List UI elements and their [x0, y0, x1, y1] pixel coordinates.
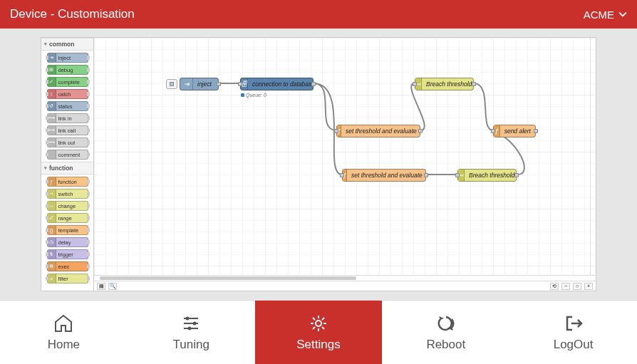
- node-type-label: exec: [56, 264, 70, 270]
- node-type-icon: {}: [48, 226, 56, 234]
- palette-node-comment[interactable]: comment: [47, 150, 88, 160]
- node-type-label: range: [56, 215, 72, 222]
- port-in[interactable]: [491, 129, 495, 133]
- svg-point-0: [186, 316, 190, 320]
- port-out[interactable]: [217, 82, 221, 86]
- nav-logout[interactable]: LogOut: [509, 301, 637, 364]
- main-area: ▾common⇥inject⊞debug✓complete!catch↺stat…: [0, 28, 637, 300]
- node-type-icon: ≡: [48, 274, 56, 283]
- node-inject[interactable]: ⇥ inject: [180, 78, 219, 90]
- port-out[interactable]: [424, 173, 428, 177]
- bottom-nav: HomeTuningSettingsRebootLogOut: [0, 300, 637, 364]
- nav-toggle-button[interactable]: ▤: [97, 283, 105, 290]
- palette-node-switch[interactable]: ⤙switch: [47, 189, 88, 199]
- search-button[interactable]: 🔍: [108, 283, 117, 290]
- canvas-container: ⇥ inject 🗄 connection to database Queue:…: [94, 38, 596, 291]
- chevron-down-icon: ▾: [44, 165, 47, 171]
- port-out[interactable]: [514, 173, 519, 177]
- palette-node-range[interactable]: ⤢range: [47, 213, 88, 223]
- palette-node-status[interactable]: ↺status: [47, 101, 88, 111]
- node-label: inject: [193, 80, 216, 88]
- node-threshold-2[interactable]: ƒ set threshold and evaluate: [342, 169, 426, 182]
- header-bar: Device - Customisation ACME: [0, 0, 637, 28]
- port-in[interactable]: [413, 82, 417, 86]
- nav-tuning[interactable]: Tuning: [128, 301, 255, 364]
- svg-point-1: [193, 321, 197, 325]
- node-type-icon: ⟶: [48, 138, 56, 147]
- node-type-icon: ⊞: [48, 66, 56, 74]
- svg-point-2: [188, 326, 192, 330]
- node-type-label: template: [56, 227, 79, 234]
- palette-node-exec[interactable]: ⚙exec: [47, 261, 88, 271]
- flow-canvas[interactable]: ⇥ inject 🗄 connection to database Queue:…: [94, 38, 596, 275]
- inject-button[interactable]: [166, 79, 177, 89]
- port-out[interactable]: [534, 129, 538, 133]
- node-type-icon: ⇥: [48, 53, 56, 62]
- node-type-icon: ◷: [48, 238, 56, 246]
- node-type-icon: ✓: [48, 78, 56, 86]
- node-send-alert[interactable]: ƒ send alert: [493, 125, 536, 137]
- nav-home[interactable]: Home: [0, 301, 128, 364]
- svg-point-3: [316, 321, 321, 326]
- node-label: set threshold and evaluate: [341, 128, 421, 135]
- nav-label: LogOut: [554, 338, 594, 352]
- palette-node-inject[interactable]: ⇥inject: [47, 53, 88, 63]
- node-type-label: complete: [56, 79, 80, 85]
- palette-node-link-out[interactable]: ⟶link out: [47, 137, 88, 147]
- zoom-out-button[interactable]: −: [561, 283, 570, 290]
- node-type-icon: ⚙: [48, 262, 56, 271]
- node-type-label: trigger: [56, 251, 73, 258]
- port-in[interactable]: [340, 173, 344, 177]
- org-name: ACME: [584, 9, 614, 21]
- palette-section-items: ƒfunction⤙switch↔change⤢range{}template◷…: [41, 175, 93, 286]
- org-selector[interactable]: ACME: [584, 9, 627, 21]
- vertical-scrollbar[interactable]: [590, 38, 596, 275]
- palette-section-header[interactable]: ▾function: [41, 162, 93, 175]
- node-palette: ▾common⇥inject⊞debug✓complete!catch↺stat…: [41, 38, 94, 291]
- node-database[interactable]: 🗄 connection to database Queue: 0: [240, 78, 314, 90]
- reboot-icon: [436, 313, 456, 333]
- reset-view-button[interactable]: ⟲: [550, 283, 559, 290]
- flow-editor: ▾common⇥inject⊞debug✓complete!catch↺stat…: [41, 37, 596, 291]
- nav-label: Reboot: [426, 338, 465, 352]
- settings-icon: [309, 313, 328, 333]
- palette-node-complete[interactable]: ✓complete: [47, 77, 88, 87]
- palette-node-trigger[interactable]: ↯trigger: [47, 249, 88, 259]
- port-out[interactable]: [418, 129, 423, 133]
- palette-node-link-in[interactable]: ⟶link in: [47, 113, 88, 123]
- node-threshold-1[interactable]: ƒ set threshold and evaluate: [336, 125, 420, 137]
- port-out[interactable]: [311, 82, 316, 86]
- palette-node-debug[interactable]: ⊞debug: [47, 65, 88, 75]
- node-type-icon: ƒ: [48, 177, 56, 186]
- port-out[interactable]: [472, 82, 476, 86]
- palette-node-filter[interactable]: ≡filter: [47, 274, 88, 284]
- nav-label: Home: [48, 338, 80, 352]
- port-in[interactable]: [334, 129, 338, 133]
- node-type-label: change: [56, 203, 76, 209]
- home-icon: [53, 313, 73, 333]
- zoom-reset-button[interactable]: ○: [573, 283, 581, 290]
- node-type-label: catch: [56, 91, 71, 98]
- chevron-down-icon: ▾: [44, 41, 47, 47]
- nav-settings[interactable]: Settings: [255, 301, 383, 364]
- port-in[interactable]: [455, 173, 460, 177]
- tuning-icon: [181, 313, 201, 333]
- palette-node-catch[interactable]: !catch: [47, 89, 88, 99]
- horizontal-scrollbar[interactable]: [94, 275, 596, 281]
- node-type-icon: ↔: [48, 202, 56, 210]
- palette-node-change[interactable]: ↔change: [47, 201, 88, 211]
- palette-node-template[interactable]: {}template: [47, 225, 88, 235]
- zoom-in-button[interactable]: +: [584, 283, 593, 290]
- port-in[interactable]: [238, 82, 242, 86]
- palette-node-delay[interactable]: ◷delay: [47, 237, 88, 247]
- node-breach-2[interactable]: ⤙ Breach threshold: [457, 169, 517, 182]
- palette-section-header[interactable]: ▾common: [41, 38, 93, 51]
- node-type-icon: !: [48, 90, 56, 98]
- palette-node-link-call[interactable]: ⟷link call: [47, 125, 88, 135]
- wires-layer: [94, 38, 596, 275]
- node-type-label: link out: [56, 140, 76, 146]
- nav-reboot[interactable]: Reboot: [382, 301, 509, 364]
- node-breach-1[interactable]: ⤙ Breach threshold: [415, 78, 474, 90]
- palette-node-function[interactable]: ƒfunction: [47, 177, 88, 187]
- node-type-label: switch: [56, 191, 73, 197]
